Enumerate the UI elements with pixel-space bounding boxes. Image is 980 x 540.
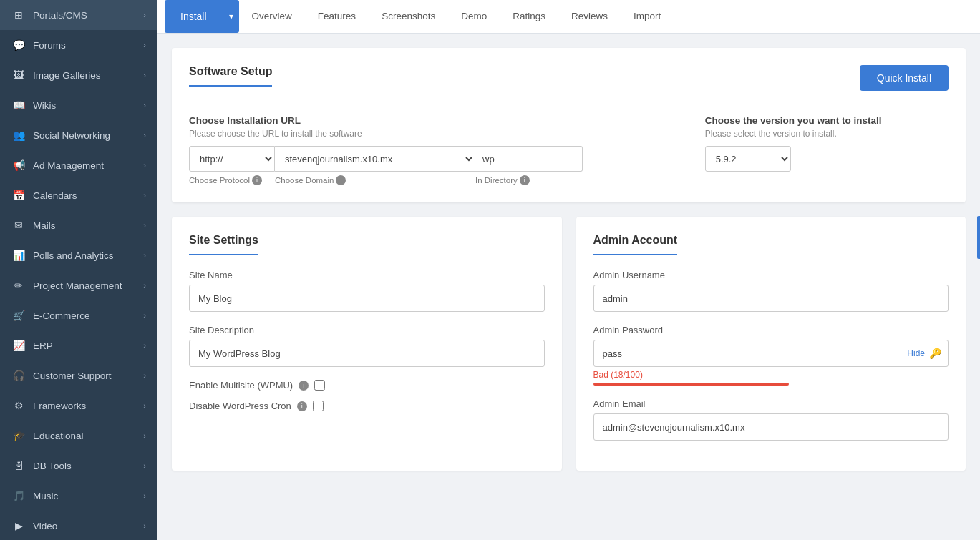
site-desc-input[interactable] <box>189 340 545 367</box>
content-area: Software Setup Quick Install Choose Inst… <box>157 34 980 499</box>
sidebar-item-portals-cms[interactable]: ⊞ Portals/CMS › <box>0 0 157 30</box>
version-sublabel: Please select the version to install. <box>705 129 949 139</box>
chevron-icon-project-management: › <box>143 281 146 290</box>
install-tab-group: Install ▾ <box>165 0 239 33</box>
protocol-label: Choose Protocol i <box>189 175 275 185</box>
sidebar-item-polls-analytics[interactable]: 📊 Polls and Analytics › <box>0 240 157 270</box>
tab-overview[interactable]: Overview <box>239 1 305 33</box>
choose-url-label: Choose Installation URL <box>189 115 676 126</box>
sidebar-item-left: 📖 Wikis <box>11 98 56 112</box>
chevron-icon-forums: › <box>143 41 146 49</box>
tab-reviews[interactable]: Reviews <box>558 1 621 33</box>
url-version-row: Choose Installation URL Please choose th… <box>189 115 949 185</box>
sidebar-item-wikis[interactable]: 📖 Wikis › <box>0 90 157 120</box>
chevron-icon-frameworks: › <box>143 401 146 410</box>
disable-cron-info-icon[interactable]: i <box>297 401 307 411</box>
directory-info-icon[interactable]: i <box>520 175 530 185</box>
directory-label-group: In Directory i <box>475 175 583 185</box>
domain-select[interactable]: stevenqjournalism.x10.mx <box>275 146 475 172</box>
sidebar-item-left: 🎵 Music <box>11 489 58 503</box>
chevron-icon-educational: › <box>143 431 146 440</box>
protocol-select[interactable]: http:// <box>189 146 275 172</box>
domain-info-icon[interactable]: i <box>336 175 346 185</box>
install-tab-dropdown[interactable]: ▾ <box>223 0 239 33</box>
sidebar-item-customer-support[interactable]: 🎧 Customer Support › <box>0 360 157 391</box>
tab-ratings[interactable]: Ratings <box>500 1 558 33</box>
sidebar-item-erp[interactable]: 📈 ERP › <box>0 330 157 360</box>
protocol-label-group: Choose Protocol i <box>189 175 275 185</box>
sidebar-item-left: 🖼 Image Galleries <box>11 68 101 82</box>
password-strength-text: Bad (18/100) <box>593 370 949 380</box>
software-setup-title: Software Setup <box>189 65 272 87</box>
admin-email-label: Admin Email <box>593 398 949 409</box>
sidebar-item-mails[interactable]: ✉ Mails › <box>0 210 157 240</box>
sidebar-item-music[interactable]: 🎵 Music › <box>0 481 157 511</box>
sidebar-item-educational[interactable]: 🎓 Educational › <box>0 421 157 451</box>
sidebar-item-social-networking[interactable]: 👥 Social Networking › <box>0 120 157 150</box>
sidebar-item-db-tools[interactable]: 🗄 DB Tools › <box>0 451 157 481</box>
version-section: Choose the version you want to install P… <box>705 115 949 185</box>
tab-import[interactable]: Import <box>621 1 674 33</box>
sidebar-item-forums[interactable]: 💬 Forums › <box>0 30 157 60</box>
sidebar-item-left: ⚙ Frameworks <box>11 398 86 413</box>
directory-input[interactable] <box>475 146 583 172</box>
password-strength-bar <box>593 383 789 386</box>
site-settings-title: Site Settings <box>189 234 258 255</box>
admin-username-input[interactable] <box>593 285 949 312</box>
admin-email-group: Admin Email <box>593 398 949 441</box>
site-name-input[interactable] <box>189 285 545 312</box>
chevron-icon-polls-analytics: › <box>143 251 146 260</box>
install-tab-button[interactable]: Install <box>165 0 223 33</box>
sidebar-item-calendars[interactable]: 📅 Calendars › <box>0 180 157 210</box>
sidebar-icon-wikis: 📖 <box>11 98 26 112</box>
site-settings-card: Site Settings Site Name Site Description… <box>172 217 562 471</box>
sidebar-item-left: 🛒 E-Commerce <box>11 308 90 323</box>
sidebar-item-ad-management[interactable]: 📢 Ad Management › <box>0 150 157 180</box>
sidebar-item-left: ✏ Project Management <box>11 278 122 293</box>
disable-cron-label: Disable WordPress Cron <box>189 401 291 411</box>
sidebar-icon-forums: 💬 <box>11 38 26 52</box>
tab-demo[interactable]: Demo <box>448 1 500 33</box>
sidebar-icon-calendars: 📅 <box>11 188 26 202</box>
sidebar-item-frameworks[interactable]: ⚙ Frameworks › <box>0 391 157 421</box>
protocol-info-icon[interactable]: i <box>252 175 262 185</box>
generate-password-icon[interactable]: 🔑 <box>929 348 941 359</box>
multisite-checkbox[interactable] <box>314 380 325 391</box>
right-edge-indicator <box>977 216 980 259</box>
quick-install-button[interactable]: Quick Install <box>860 65 949 91</box>
hide-password-button[interactable]: Hide <box>907 348 925 358</box>
sidebar-icon-music: 🎵 <box>11 489 26 503</box>
sidebar-icon-image-galleries: 🖼 <box>11 68 26 82</box>
sidebar-item-image-galleries[interactable]: 🖼 Image Galleries › <box>0 60 157 90</box>
admin-password-input[interactable] <box>593 340 949 367</box>
sidebar-item-video[interactable]: ▶ Video › <box>0 511 157 540</box>
software-setup-title-block: Software Setup <box>189 65 272 101</box>
sidebar-label-portals-cms: Portals/CMS <box>33 10 87 21</box>
sidebar-item-project-management[interactable]: ✏ Project Management › <box>0 270 157 300</box>
sidebar-label-erp: ERP <box>33 340 53 351</box>
disable-cron-checkbox[interactable] <box>313 401 324 411</box>
chevron-icon-music: › <box>143 491 146 500</box>
chevron-icon-db-tools: › <box>143 461 146 470</box>
site-name-group: Site Name <box>189 270 545 312</box>
chevron-icon-erp: › <box>143 341 146 350</box>
sidebar-item-left: 🗄 DB Tools <box>11 458 72 473</box>
site-desc-group: Site Description <box>189 325 545 367</box>
sidebar-item-left: 💬 Forums <box>11 38 66 52</box>
version-select[interactable]: 5.9.2 <box>705 146 791 172</box>
sidebar-item-left: ⊞ Portals/CMS <box>11 8 87 22</box>
chevron-icon-wikis: › <box>143 101 146 109</box>
multisite-info-icon[interactable]: i <box>299 381 309 391</box>
tab-features[interactable]: Features <box>305 1 369 33</box>
admin-email-input[interactable] <box>593 413 949 441</box>
sidebar-item-left: 🎓 Educational <box>11 428 84 443</box>
version-label: Choose the version you want to install <box>705 115 949 126</box>
sidebar-item-e-commerce[interactable]: 🛒 E-Commerce › <box>0 300 157 330</box>
tab-screenshots[interactable]: Screenshots <box>369 1 448 33</box>
chevron-icon-mails: › <box>143 221 146 230</box>
software-setup-header: Software Setup Quick Install <box>189 65 949 101</box>
admin-username-group: Admin Username <box>593 270 949 312</box>
sidebar-icon-ad-management: 📢 <box>11 158 26 172</box>
site-name-label: Site Name <box>189 270 545 280</box>
domain-label-group: Choose Domain i <box>275 175 475 185</box>
